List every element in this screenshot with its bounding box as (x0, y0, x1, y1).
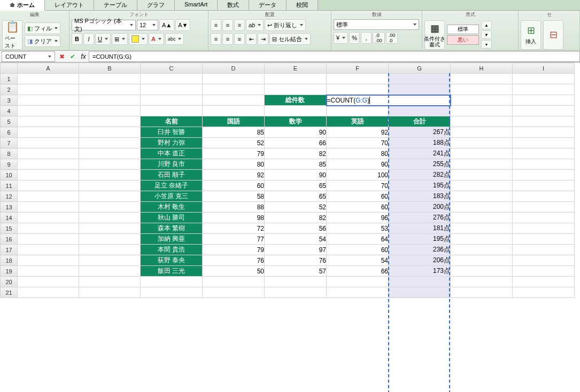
style-scroll-down[interactable]: ▼ (481, 30, 492, 39)
row-header[interactable]: 8 (1, 148, 18, 159)
name-cell[interactable]: 川野 良市 (141, 159, 203, 170)
cell[interactable] (18, 223, 79, 234)
border-button[interactable]: ⊞ (112, 33, 128, 45)
name-cell[interactable]: 臼井 智勝 (141, 127, 203, 138)
total-cell[interactable]: 282点 (389, 170, 451, 181)
col-header-I[interactable]: I (513, 63, 575, 74)
name-cell[interactable]: 飯田 三光 (141, 266, 203, 277)
cell[interactable] (141, 74, 203, 84)
row-header[interactable]: 20 (1, 277, 18, 287)
cell[interactable] (513, 181, 575, 191)
insert-button[interactable]: ⊞ 挿入 (521, 20, 541, 50)
score-cell[interactable]: 85 (203, 127, 265, 138)
cell[interactable] (18, 234, 79, 245)
font-size-select[interactable]: 12 (137, 20, 158, 30)
score-cell[interactable]: 79 (203, 245, 265, 255)
score-cell[interactable]: 90 (265, 170, 327, 181)
font-color-button[interactable]: A (149, 33, 164, 45)
row-header[interactable]: 15 (1, 223, 18, 234)
name-cell[interactable]: 荻野 泰央 (141, 255, 203, 266)
cell[interactable] (451, 223, 513, 234)
name-cell[interactable]: 足立 奈緒子 (141, 181, 203, 191)
col-header-E[interactable]: E (265, 63, 327, 74)
label-total-count[interactable]: 総件数 (265, 95, 327, 106)
bold-button[interactable]: B (72, 33, 82, 45)
cell[interactable] (141, 287, 203, 298)
cell[interactable] (79, 74, 141, 84)
cell[interactable] (327, 106, 389, 116)
underline-button[interactable]: U (95, 33, 111, 45)
row-header[interactable]: 14 (1, 213, 18, 223)
cell[interactable] (451, 202, 513, 213)
name-cell[interactable]: 森本 繁樹 (141, 223, 203, 234)
name-cell[interactable]: 木村 敬生 (141, 202, 203, 213)
cell[interactable] (18, 202, 79, 213)
score-cell[interactable]: 60 (327, 202, 389, 213)
name-cell[interactable]: 加納 興亜 (141, 234, 203, 245)
tab-smartart[interactable]: SmartArt (175, 0, 218, 10)
cell[interactable] (79, 287, 141, 298)
cell[interactable] (79, 245, 141, 255)
row-header[interactable]: 13 (1, 202, 18, 213)
align-left-button[interactable]: ≡ (211, 33, 221, 45)
score-cell[interactable]: 52 (203, 138, 265, 148)
cell[interactable] (327, 287, 389, 298)
cell[interactable] (451, 106, 513, 116)
row-header[interactable]: 1 (1, 74, 18, 84)
score-cell[interactable]: 70 (327, 138, 389, 148)
score-cell[interactable]: 97 (265, 245, 327, 255)
cell[interactable] (451, 266, 513, 277)
cell[interactable] (513, 95, 575, 106)
cell[interactable] (79, 191, 141, 202)
cell[interactable] (18, 159, 79, 170)
paste-button[interactable]: 📋 ペースト (2, 20, 22, 50)
cell[interactable] (79, 266, 141, 277)
cell[interactable] (451, 138, 513, 148)
tab-review[interactable]: 校閲 (287, 0, 318, 10)
cell[interactable] (513, 138, 575, 148)
total-cell[interactable]: 206点 (389, 255, 451, 266)
cell[interactable] (513, 202, 575, 213)
select-all-corner[interactable] (1, 63, 18, 74)
score-cell[interactable]: 90 (327, 159, 389, 170)
total-cell[interactable]: 276点 (389, 213, 451, 223)
table-header[interactable]: 国語 (203, 116, 265, 127)
cell[interactable] (451, 245, 513, 255)
tab-chart[interactable]: グラフ (137, 0, 175, 10)
cell[interactable] (327, 277, 389, 287)
cell[interactable] (451, 159, 513, 170)
row-header[interactable]: 4 (1, 106, 18, 116)
cell[interactable] (79, 95, 141, 106)
row-header[interactable]: 10 (1, 170, 18, 181)
cell[interactable] (141, 95, 203, 106)
score-cell[interactable]: 76 (203, 255, 265, 266)
cell[interactable] (451, 74, 513, 84)
cell[interactable] (18, 138, 79, 148)
conditional-format-button[interactable]: ▦ 条件付き 書式 (424, 20, 445, 50)
total-cell[interactable]: 181点 (389, 223, 451, 234)
cell[interactable] (451, 213, 513, 223)
cell[interactable] (203, 74, 265, 84)
cell[interactable] (18, 74, 79, 84)
score-cell[interactable]: 58 (203, 191, 265, 202)
cell[interactable] (513, 106, 575, 116)
table-header[interactable]: 数学 (265, 116, 327, 127)
cell[interactable] (451, 84, 513, 95)
cell-style-normal[interactable]: 標準 (447, 25, 479, 34)
row-header[interactable]: 7 (1, 138, 18, 148)
row-header[interactable]: 5 (1, 116, 18, 127)
cell[interactable] (513, 223, 575, 234)
total-cell[interactable]: 188点 (389, 138, 451, 148)
increase-decimal-button[interactable]: .00.0 (386, 32, 398, 44)
cell[interactable] (18, 255, 79, 266)
tab-data[interactable]: データ (249, 0, 287, 10)
score-cell[interactable]: 57 (265, 266, 327, 277)
cell[interactable] (265, 84, 327, 95)
italic-button[interactable]: I (83, 33, 94, 45)
cell[interactable] (18, 213, 79, 223)
cell[interactable] (18, 116, 79, 127)
number-format-select[interactable]: 標準 (334, 19, 419, 30)
tab-table[interactable]: テーブル (94, 0, 137, 10)
cell[interactable] (203, 277, 265, 287)
cell[interactable] (451, 127, 513, 138)
